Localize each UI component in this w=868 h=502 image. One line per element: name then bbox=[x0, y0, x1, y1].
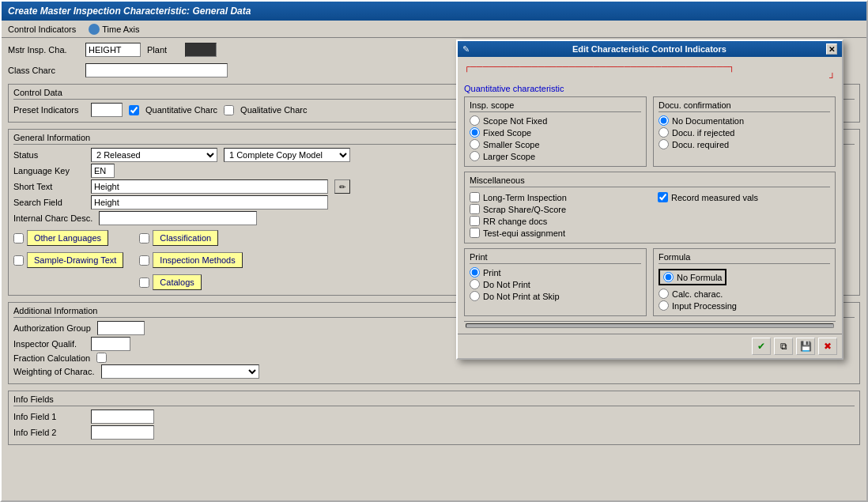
modal-close-button[interactable]: ✕ bbox=[826, 43, 837, 55]
docu-if-rejected-row: Docu. if rejected bbox=[659, 127, 830, 138]
do-not-print-radio[interactable] bbox=[470, 279, 480, 289]
miscellaneous-section: Miscellaneous Long-Term Inspection Scrap… bbox=[464, 172, 836, 243]
modal-content: ┌───────────────────────────────────────… bbox=[458, 57, 842, 334]
insp-scope-section: Insp. scope Scope Not Fixed Fixed Scope … bbox=[464, 96, 647, 167]
no-documentation-row: No Documentation bbox=[659, 115, 830, 126]
modal-overlay: ✎ Edit Characteristic Control Indicators… bbox=[2, 2, 866, 500]
smaller-scope-label: Smaller Scope bbox=[483, 140, 540, 149]
scope-docu-row: Insp. scope Scope Not Fixed Fixed Scope … bbox=[464, 96, 836, 167]
larger-scope-row: Larger Scope bbox=[470, 151, 641, 161]
modal-title-bar: ✎ Edit Characteristic Control Indicators… bbox=[458, 41, 842, 57]
do-not-print-skip-radio[interactable] bbox=[470, 291, 480, 301]
cancel-button[interactable]: ✖ bbox=[818, 338, 837, 355]
docu-confirmation-title: Docu. confirmation bbox=[659, 100, 830, 112]
rr-change-checkbox[interactable] bbox=[470, 216, 480, 226]
no-documentation-radio[interactable] bbox=[659, 115, 669, 126]
top-line-1: ┌───────────────────────────────────────… bbox=[464, 62, 735, 71]
main-window: Create Master Inspection Characteristic:… bbox=[0, 0, 868, 502]
calc-charac-radio-row: Calc. charac. bbox=[659, 289, 830, 299]
misc-content-row: Long-Term Inspection Scrap Share/Q-Score… bbox=[470, 191, 830, 240]
record-measured-row: Record measured vals bbox=[658, 192, 830, 202]
scope-not-fixed-radio[interactable] bbox=[470, 115, 480, 126]
larger-scope-radio[interactable] bbox=[470, 151, 480, 161]
scrap-share-checkbox[interactable] bbox=[470, 204, 480, 214]
do-not-print-label: Do Not Print bbox=[483, 280, 530, 289]
long-term-row: Long-Term Inspection bbox=[470, 192, 642, 202]
no-formula-radio[interactable] bbox=[663, 272, 674, 282]
print-section: Print Print Do Not Print Do Not Print at… bbox=[464, 248, 647, 316]
docu-required-label: Docu. required bbox=[672, 140, 729, 149]
formula-title: Formula bbox=[659, 252, 830, 264]
scrollbar-track bbox=[466, 323, 834, 328]
quant-label: Quantitative characteristic bbox=[464, 84, 836, 93]
top-border-lines: ┌───────────────────────────────────────… bbox=[464, 62, 836, 71]
formula-section: Formula No Formula Calc. charac. Input P… bbox=[653, 248, 836, 316]
do-not-print-radio-row: Do Not Print bbox=[470, 279, 641, 289]
misc-left-col: Long-Term Inspection Scrap Share/Q-Score… bbox=[470, 191, 642, 240]
docu-required-radio[interactable] bbox=[659, 139, 669, 149]
test-equi-checkbox[interactable] bbox=[470, 228, 480, 238]
quant-characteristic-label: Quantitative characteristic bbox=[464, 84, 836, 93]
confirm-button[interactable]: ✔ bbox=[752, 338, 771, 355]
misc-title: Miscellaneous bbox=[470, 176, 830, 187]
fixed-scope-label: Fixed Scope bbox=[483, 128, 531, 138]
long-term-label: Long-Term Inspection bbox=[483, 193, 567, 202]
no-formula-radio-row: No Formula bbox=[659, 269, 726, 285]
print-formula-row: Print Print Do Not Print Do Not Print at… bbox=[464, 248, 836, 316]
scrap-share-label: Scrap Share/Q-Score bbox=[483, 205, 566, 214]
scope-not-fixed-row: Scope Not Fixed bbox=[470, 115, 641, 126]
calc-charac-label: Calc. charac. bbox=[672, 289, 723, 299]
top-border-lines-2: ┘ bbox=[464, 73, 836, 82]
rr-change-row: RR change docs bbox=[470, 216, 642, 226]
smaller-scope-radio[interactable] bbox=[470, 139, 480, 149]
input-processing-radio[interactable] bbox=[659, 300, 669, 311]
insp-scope-title: Insp. scope bbox=[470, 100, 641, 112]
print-radio[interactable] bbox=[470, 267, 480, 277]
calc-charac-radio[interactable] bbox=[659, 289, 669, 299]
larger-scope-label: Larger Scope bbox=[483, 152, 535, 161]
test-equi-label: Test-equi assignment bbox=[483, 228, 565, 238]
input-processing-label: Input Processing bbox=[672, 301, 737, 311]
docu-required-row: Docu. required bbox=[659, 139, 830, 149]
save-button[interactable]: 💾 bbox=[796, 338, 815, 355]
modal-dialog: ✎ Edit Characteristic Control Indicators… bbox=[456, 40, 843, 360]
docu-if-rejected-radio[interactable] bbox=[659, 127, 669, 138]
record-measured-label: Record measured vals bbox=[671, 193, 758, 202]
modal-title: Edit Characteristic Control Indicators bbox=[572, 44, 726, 54]
print-label: Print bbox=[483, 268, 501, 277]
misc-right-col: Record measured vals bbox=[658, 191, 830, 240]
long-term-checkbox[interactable] bbox=[470, 192, 480, 202]
smaller-scope-row: Smaller Scope bbox=[470, 139, 641, 149]
fixed-scope-radio[interactable] bbox=[470, 127, 480, 138]
scrap-share-row: Scrap Share/Q-Score bbox=[470, 204, 642, 214]
scope-not-fixed-label: Scope Not Fixed bbox=[483, 116, 547, 126]
docu-if-rejected-label: Docu. if rejected bbox=[672, 128, 734, 138]
copy-button[interactable]: ⧉ bbox=[774, 338, 793, 355]
modal-footer: ✔ ⧉ 💾 ✖ bbox=[458, 334, 842, 358]
print-radio-row: Print bbox=[470, 267, 641, 277]
print-title: Print bbox=[470, 252, 641, 264]
fixed-scope-row: Fixed Scope bbox=[470, 127, 641, 138]
horizontal-scrollbar[interactable] bbox=[464, 321, 836, 329]
rr-change-label: RR change docs bbox=[483, 217, 547, 226]
top-line-2: ┘ bbox=[829, 73, 836, 82]
no-documentation-label: No Documentation bbox=[672, 116, 744, 126]
modal-edit-icon: ✎ bbox=[462, 44, 470, 55]
input-processing-radio-row: Input Processing bbox=[659, 300, 830, 311]
record-measured-checkbox[interactable] bbox=[658, 192, 668, 202]
do-not-print-skip-label: Do Not Print at Skip bbox=[483, 292, 560, 301]
no-formula-label: No Formula bbox=[677, 273, 722, 282]
docu-confirmation-section: Docu. confirmation No Documentation Docu… bbox=[653, 96, 836, 167]
do-not-print-skip-radio-row: Do Not Print at Skip bbox=[470, 291, 641, 301]
test-equi-row: Test-equi assignment bbox=[470, 228, 642, 238]
